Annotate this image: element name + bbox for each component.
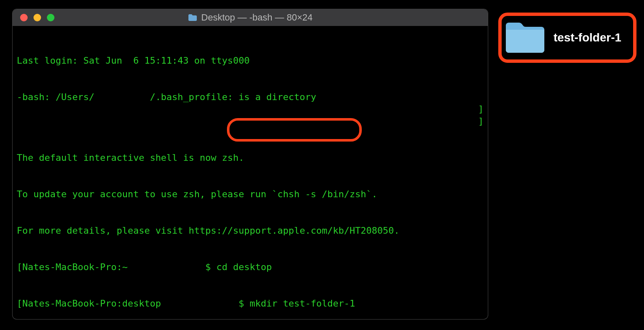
- folder-icon[interactable]: [504, 21, 546, 54]
- minimize-icon[interactable]: [33, 14, 41, 21]
- zoom-icon[interactable]: [47, 14, 54, 21]
- desktop-folder-callout: test-folder-1: [498, 13, 636, 63]
- close-icon[interactable]: [20, 14, 28, 21]
- terminal-window[interactable]: Desktop — -bash — 80×24 Last login: Sat …: [13, 9, 488, 319]
- prompt-host: Nates-MacBook-Pro:~ $: [22, 262, 216, 272]
- terminal-body[interactable]: Last login: Sat Jun 6 15:11:43 on ttys00…: [13, 26, 488, 319]
- traffic-lights: [13, 14, 54, 21]
- prompt-close-bracket: ]: [478, 103, 484, 115]
- window-title: Desktop — -bash — 80×24: [201, 12, 313, 23]
- prompt-host: Nates-MacBook-Pro:desktop $: [22, 298, 250, 309]
- terminal-line: To update your account to use zsh, pleas…: [17, 188, 484, 200]
- prompt-command: mkdir test-folder-1: [250, 298, 355, 309]
- terminal-prompt-line: [Nates-MacBook-Pro:~ $ cd desktop: [17, 261, 484, 273]
- annotation-highlight: [227, 118, 362, 142]
- prompt-command: cd desktop: [216, 262, 272, 272]
- terminal-line: Last login: Sat Jun 6 15:11:43 on ttys00…: [17, 54, 484, 67]
- terminal-line: -bash: /Users/ /.bash_profile: is a dire…: [17, 91, 484, 103]
- terminal-prompt-line: [Nates-MacBook-Pro:desktop $ mkdir test-…: [17, 297, 484, 309]
- terminal-line: For more details, please visit https://s…: [17, 224, 484, 237]
- window-title-group: Desktop — -bash — 80×24: [188, 12, 313, 23]
- prompt-close-bracket: ]: [478, 115, 484, 127]
- title-bar[interactable]: Desktop — -bash — 80×24: [13, 9, 488, 26]
- folder-icon: [188, 14, 197, 21]
- terminal-line: The default interactive shell is now zsh…: [17, 152, 484, 164]
- desktop-folder-label: test-folder-1: [554, 31, 621, 44]
